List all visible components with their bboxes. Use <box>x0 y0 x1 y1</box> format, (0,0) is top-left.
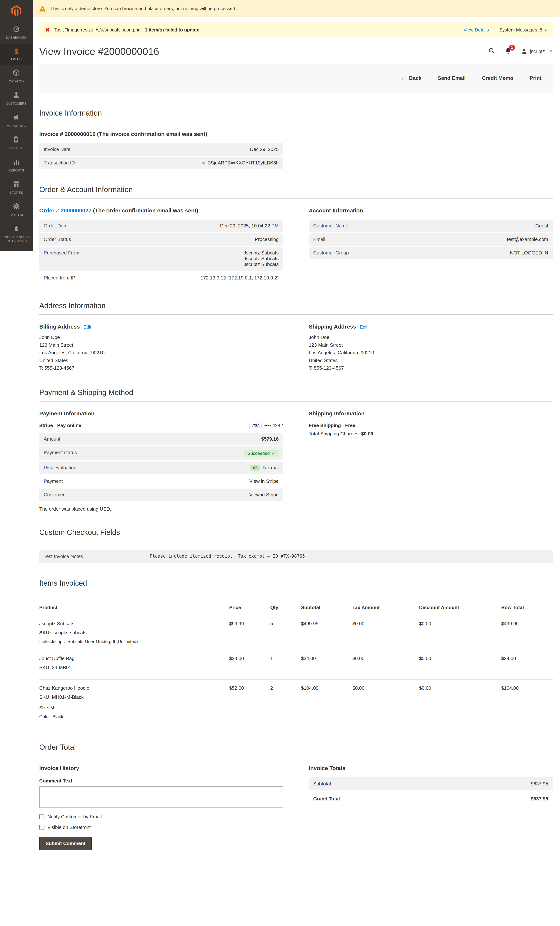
billing-address-lines: John Doe 123 Main Street Los Angeles, Ca… <box>39 334 283 372</box>
edit-shipping-address-link[interactable]: Edit <box>360 324 368 330</box>
view-customer-in-stripe-link[interactable]: View in Stripe <box>249 492 279 498</box>
sidebar-item-system[interactable]: SYSTEM <box>0 199 33 221</box>
row-value: NOT LOGGED IN <box>510 250 548 256</box>
send-email-button[interactable]: Send Email <box>438 75 466 81</box>
risk-value: Normal <box>263 465 279 471</box>
back-button[interactable]: ←Back <box>401 75 421 81</box>
customer-email-link[interactable]: test@example.com <box>507 236 548 242</box>
product-name: Chaz Kangeroo Hoodie <box>39 685 226 691</box>
row-label: Invoice Date <box>44 147 76 152</box>
marketing-icon <box>13 114 20 122</box>
user-icon <box>521 48 527 54</box>
tax-cell: $0.00 <box>353 679 419 727</box>
demo-store-banner: ! This is only a demo store. You can bro… <box>33 0 560 17</box>
sidebar-item-dashboard[interactable]: DASHBOARD <box>0 21 33 44</box>
shipping-address-title: Shipping Address <box>309 324 356 330</box>
sidebar-item-catalog[interactable]: CATALOG <box>0 65 33 88</box>
table-row: Transaction ID pi_3SjuARPBWKXOYUT10yILBK… <box>39 157 283 169</box>
billing-address-title: Billing Address <box>39 324 80 330</box>
row-value: pi_3SjuARPBWKXOYUT10yILBK8h <box>201 160 278 166</box>
row-label: Order Date <box>44 223 74 229</box>
sidebar-item-find-partners[interactable]: FIND PARTNERS & EXTENSIONS <box>0 221 33 247</box>
payment-shipping-section: Payment & Shipping Method Payment Inform… <box>39 388 552 512</box>
sidebar-item-sales[interactable]: $ SALES <box>0 44 33 65</box>
sidebar-item-customers[interactable]: CUSTOMERS <box>0 88 33 110</box>
sidebar-item-stores[interactable]: STORES <box>0 177 33 199</box>
price-cell: $99.99 <box>229 615 270 650</box>
table-row: Order Status Processing <box>39 233 283 245</box>
shipping-method-name: Free Shipping - Free <box>309 423 552 428</box>
row-label: Purchased From <box>44 250 85 256</box>
customers-icon <box>13 91 20 100</box>
custom-field-value: Please include itemized receipt. Tax exe… <box>150 554 548 559</box>
table-row: Customer Group NOT LOGGED IN <box>309 247 552 259</box>
sidebar-item-label: MARKETING <box>7 124 26 128</box>
shipping-address-lines: John Doe 123 Main Street Los Angeles, Ca… <box>309 334 552 372</box>
notify-customer-checkbox[interactable] <box>39 814 44 819</box>
row-label: Grand Total <box>313 796 340 802</box>
row-value: Dec 29, 2025 <box>250 147 279 152</box>
comment-text-label: Comment Text <box>39 778 283 784</box>
table-header-row: Product Price Qty Subtotal Tax Amount Di… <box>39 601 552 615</box>
system-messages-toggle[interactable]: System Messages: 5▼ <box>499 27 547 33</box>
product-links: Links Jscriptz-Subcats-User-Guide.pdf (U… <box>39 639 226 644</box>
payment-method-name: Stripe - Pay online <box>39 423 81 428</box>
view-details-link[interactable]: View Details <box>463 27 489 33</box>
admin-layout: DASHBOARD $ SALES CATALOG CUSTOMERS MARK… <box>0 0 560 926</box>
edit-billing-address-link[interactable]: Edit <box>83 324 91 330</box>
row-value: Dec 29, 2025, 10:04:22 PM <box>220 223 279 229</box>
notify-customer-row: Notify Customer by Email <box>39 814 283 820</box>
notifications-button[interactable]: 1 <box>505 47 512 56</box>
subtotal-cell: $499.95 <box>301 615 353 650</box>
sidebar-item-label: FIND PARTNERS & EXTENSIONS <box>1 235 32 243</box>
product-name: Joust Duffle Bag <box>39 656 226 661</box>
table-row: Joust Duffle Bag SKU: 24-MB01 $34.00 1 $… <box>39 650 552 679</box>
price-cell: $34.00 <box>229 650 270 679</box>
comment-textarea[interactable] <box>39 786 283 808</box>
account-menu[interactable]: jscriptz ▼ <box>521 48 552 54</box>
account-information-column: Account Information Customer Name Guest … <box>309 207 552 285</box>
address-information-section: Address Information Billing Address Edit… <box>39 301 552 372</box>
order-number-link[interactable]: Order # 2000000027 <box>39 207 91 213</box>
price-cell: $52.00 <box>229 679 270 727</box>
order-information-column: Order # 2000000027 (The order confirmati… <box>39 207 283 285</box>
magento-logo[interactable] <box>0 0 33 21</box>
shipping-information-column: Shipping Information Free Shipping - Fre… <box>309 410 552 512</box>
visa-card-icon: VISA <box>250 423 262 428</box>
sidebar-item-label: SALES <box>11 57 22 61</box>
visible-storefront-checkbox[interactable] <box>39 825 44 830</box>
payment-information-column: Payment Information Stripe - Pay online … <box>39 410 283 512</box>
column-header: Subtotal <box>301 601 353 615</box>
product-cell: Jscriptz Subcats SKU: jscriptz_subcats L… <box>39 615 229 650</box>
view-payment-in-stripe-link[interactable]: View in Stripe <box>249 478 279 484</box>
order-total-section: Order Total Invoice History Comment Text… <box>39 743 552 850</box>
sidebar-item-marketing[interactable]: MARKETING <box>0 110 33 132</box>
search-icon[interactable] <box>488 47 495 55</box>
billing-address-block: Billing Address Edit John Doe 123 Main S… <box>39 324 283 372</box>
table-row: Jscriptz Subcats SKU: jscriptz_subcats L… <box>39 615 552 650</box>
row-value: 172.19.0.12 (172.19.0.1, 172.19.0.2) <box>201 275 279 281</box>
payment-method-row: Stripe - Pay online VISA •••• 4242 <box>39 423 283 428</box>
admin-sidebar: DASHBOARD $ SALES CATALOG CUSTOMERS MARK… <box>0 0 33 251</box>
product-options: Size: M Color: Black <box>39 704 226 721</box>
payment-information-title: Payment Information <box>39 410 283 417</box>
sidebar-item-content[interactable]: CONTENT <box>0 132 33 154</box>
row-label: Email <box>313 236 331 242</box>
invoice-information-section: Invoice Information Invoice # 2000000016… <box>39 109 552 169</box>
table-row: Risk evaluation 63Normal <box>39 461 283 474</box>
warning-icon: ! <box>39 6 46 12</box>
order-account-section: Order & Account Information Order # 2000… <box>39 185 552 285</box>
visible-storefront-row: Visible on Storefront <box>39 825 283 830</box>
sidebar-item-reports[interactable]: REPORTS <box>0 154 33 177</box>
sidebar-item-label: CONTENT <box>9 146 24 150</box>
product-cell: Chaz Kangeroo Hoodie SKU: MH01-M-Black S… <box>39 679 229 727</box>
invoice-subheading: Invoice # 2000000016 (The invoice confir… <box>39 131 552 137</box>
invoice-totals-title: Invoice Totals <box>309 765 552 772</box>
magento-logo-icon <box>11 5 22 17</box>
print-button[interactable]: Print <box>530 75 542 81</box>
custom-field-row: Test Invoice Notes Please include itemiz… <box>39 550 552 563</box>
submit-comment-button[interactable]: Submit Comment <box>39 837 92 850</box>
row-value: Jscriptz Subcats Jscriptz Subcats Jscrip… <box>244 250 278 267</box>
credit-memo-button[interactable]: Credit Memo <box>482 75 513 81</box>
content-icon <box>13 136 20 144</box>
